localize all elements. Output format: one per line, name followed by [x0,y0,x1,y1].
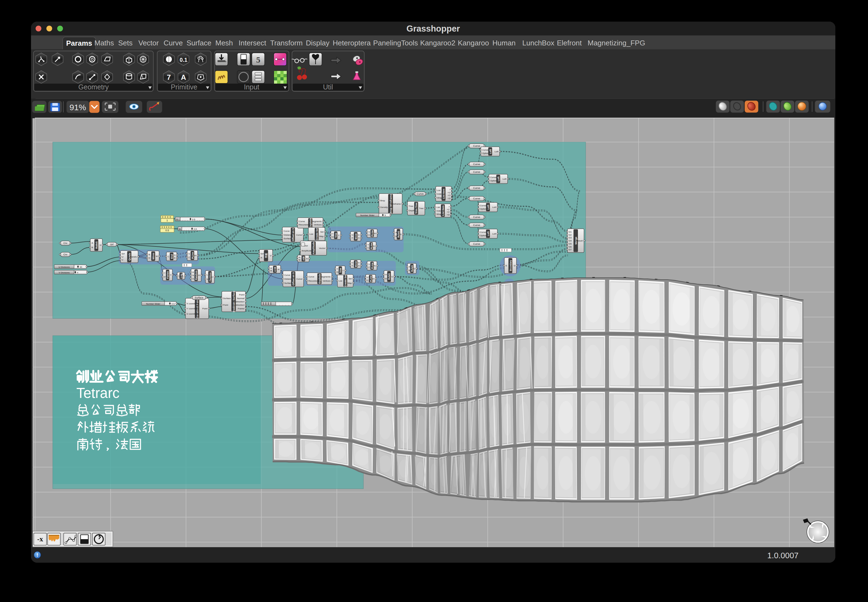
svg-text:5: 5 [256,55,261,64]
svg-text:T: T [342,269,344,272]
svg-text:Move: Move [354,233,357,239]
svg-text:Curve: Curve [308,275,314,278]
svg-text:V: V [122,259,123,261]
svg-text:Set: Set [348,278,352,280]
svg-text:+2: +2 [447,211,449,213]
svg-text:Amplitude: Amplitude [312,242,315,255]
svg-text:Explode: Explode [318,274,321,284]
svg-text:Normal: Normal [237,297,244,299]
svg-text:A: A [270,267,272,269]
svg-text:Options: Options [482,152,490,155]
svg-text:+1: +1 [447,208,449,211]
svg-text:Pl: Pl [373,245,375,247]
svg-text:Crv: Crv [63,253,67,256]
svg-text:Trim Tree: Trim Tree [415,203,418,214]
svg-text:B: B [396,235,397,238]
svg-text:Distance: Distance [284,234,293,236]
svg-text:G: G [358,261,360,264]
svg-text:PLine: PLine [191,252,194,259]
svg-text:P: P [164,276,166,278]
svg-text:Boundary: Boundary [509,260,512,271]
svg-text:Partition: Partition [209,272,212,282]
svg-text:PLine: PLine [371,230,374,236]
svg-text:End: End [170,254,173,259]
svg-text:C: C [368,234,370,236]
svg-text:平面: 平面 [265,253,268,258]
svg-text:Curves: Curves [480,204,487,207]
svg-text:E: E [506,264,507,267]
svg-text:30: 30 [80,266,82,268]
svg-text:Create Set: Create Set [344,275,347,287]
svg-text:C: C [368,246,369,249]
svg-text:i: i [449,206,449,208]
svg-text:S: S [514,264,515,267]
svg-text:C: C [212,276,213,278]
svg-text:Move: Move [354,261,357,267]
svg-text:Options: Options [480,208,488,210]
svg-text:S: S [100,244,101,246]
svg-text:4: 4 [77,271,78,274]
svg-text:Wrap: Wrap [437,197,443,199]
svg-text:D7: D7 [569,249,572,251]
svg-text:Pl: Pl [374,265,376,267]
svg-text:Wireframe: Wireframe [391,203,401,205]
svg-text:Point: Point [239,293,244,296]
svg-text:Loft: Loft [492,206,496,209]
svg-text:Vector: Vector [319,247,325,249]
svg-text:Options: Options [480,234,488,237]
svg-text:V: V [368,263,370,266]
svg-text:Surface: Surface [284,282,292,284]
svg-text:V: V [189,253,190,255]
svg-text:C: C [189,256,190,259]
svg-text:D6: D6 [569,246,572,248]
svg-text:+1: +1 [448,191,450,194]
svg-text:0.1: 0.1 [179,57,187,63]
svg-text:Srf: Srf [110,243,113,246]
svg-text:Pl: Pl [372,278,374,280]
svg-text:Input: Input [244,83,259,91]
svg-text:S: S [414,267,415,270]
svg-text:Curve: Curve [299,220,305,223]
svg-text:W: W [156,255,158,258]
svg-text:L: L [178,275,180,277]
svg-text:Segments: Segments [312,220,322,223]
svg-text:Map: Map [319,235,324,238]
svg-text:Recursive: Recursive [308,280,318,282]
svg-text:Panels: Panels [130,256,137,258]
svg-text:T: T [170,274,171,276]
svg-text:1: 1 [166,219,168,222]
svg-text:S: S [400,233,401,236]
svg-text:PLine: PLine [371,263,374,269]
svg-text:Wires: Wires [152,253,155,260]
svg-text:PLine: PLine [370,243,373,249]
svg-text:Curve: Curve [473,163,480,166]
svg-text:Curve: Curve [473,215,480,218]
svg-text:D: D [149,257,150,259]
svg-text:Curve: Curve [473,144,480,147]
svg-text:S: S [174,254,175,256]
svg-text:i: i [449,188,450,191]
svg-text:B: B [409,269,410,272]
svg-text:T: T [338,234,339,237]
svg-text:Recursive: Recursive [299,223,309,226]
svg-text:Curve: Curve [473,242,480,245]
svg-text:D4: D4 [569,240,572,242]
svg-text:RuleS: RuleS [95,241,98,249]
svg-text:Curves: Curves [480,231,487,233]
svg-text:L: L [207,273,208,276]
svg-text:T: T [352,264,353,267]
svg-text:Segments: Segments [321,275,330,278]
svg-text:S: S [192,278,194,280]
svg-text:Primitive: Primitive [171,83,197,91]
svg-text:Curve: Curve [284,274,290,276]
svg-text:V: V [368,231,370,233]
svg-text:C: C [168,255,169,258]
svg-text:S: S [207,278,208,281]
svg-text:List: List [339,280,342,282]
svg-text:List Item: List Item [442,189,445,199]
svg-text:D5: D5 [569,243,572,245]
svg-text:L: L [182,275,184,277]
svg-text:D: D [332,236,334,238]
svg-text:B: B [149,253,150,256]
svg-text:Pl: Pl [194,255,196,257]
